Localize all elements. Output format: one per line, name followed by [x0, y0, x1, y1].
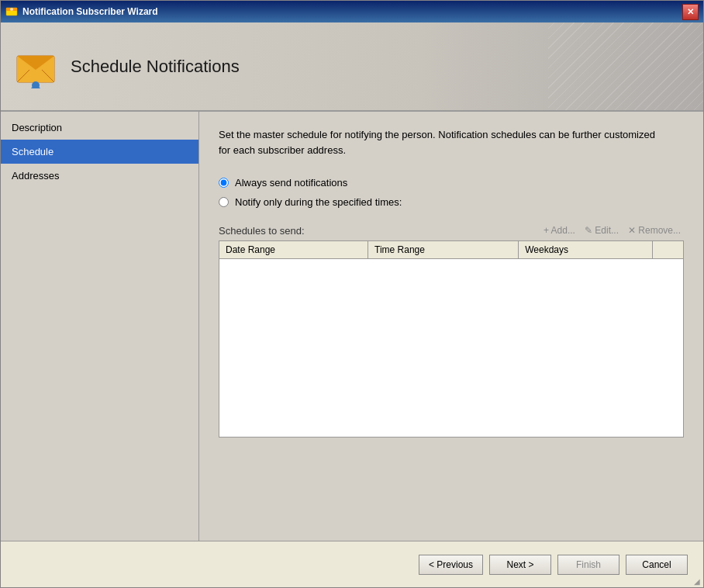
radio-specified[interactable]	[219, 197, 229, 207]
schedule-table: Date Range Time Range Weekdays	[219, 240, 684, 259]
sidebar-item-addresses[interactable]: Addresses	[1, 164, 198, 188]
col-weekdays: Weekdays	[519, 241, 653, 259]
edit-button[interactable]: ✎ Edit...	[581, 223, 622, 237]
title-bar: Notification Subscriber Wizard ✕	[1, 1, 703, 22]
main-window: Notification Subscriber Wizard ✕ Schedul…	[0, 0, 704, 588]
radio-specified-label: Notify only during the specified times:	[235, 196, 402, 208]
next-button[interactable]: Next >	[489, 555, 551, 575]
col-extra	[652, 241, 683, 259]
schedules-header: Schedules to send: + Add... ✎ Edit... ✕ …	[219, 223, 684, 237]
main-content-panel: Set the master schedule for notifying th…	[199, 112, 703, 541]
col-time-range: Time Range	[368, 241, 519, 259]
remove-button[interactable]: ✕ Remove...	[625, 223, 684, 237]
content-area: Description Schedule Addresses Set the m…	[1, 112, 703, 541]
sidebar-item-schedule[interactable]: Schedule	[1, 140, 198, 164]
title-bar-text: Notification Subscriber Wizard	[22, 6, 682, 17]
finish-button[interactable]: Finish	[557, 555, 619, 575]
svg-rect-9	[31, 87, 40, 88]
toolbar-buttons: + Add... ✎ Edit... ✕ Remove...	[540, 223, 684, 237]
sidebar: Description Schedule Addresses	[1, 112, 199, 541]
sidebar-item-description[interactable]: Description	[1, 116, 198, 140]
resize-handle: ◢	[694, 578, 700, 586]
schedules-section: Schedules to send: + Add... ✎ Edit... ✕ …	[219, 223, 684, 438]
footer: < Previous Next > Finish Cancel	[1, 541, 703, 587]
description-text: Set the master schedule for notifying th…	[219, 127, 668, 157]
header: Schedule Notifications	[1, 22, 703, 112]
add-button[interactable]: + Add...	[540, 223, 578, 237]
close-button[interactable]: ✕	[682, 4, 699, 20]
app-icon	[5, 5, 18, 18]
radio-always-label: Always send notifications	[235, 177, 347, 189]
schedules-label: Schedules to send:	[219, 225, 540, 237]
radio-always-option: Always send notifications	[219, 177, 684, 189]
wizard-icon	[12, 43, 59, 90]
radio-group: Always send notifications Notify only du…	[219, 177, 684, 208]
previous-button[interactable]: < Previous	[419, 555, 483, 575]
svg-point-2	[10, 8, 13, 11]
table-body-empty	[219, 259, 684, 438]
header-title: Schedule Notifications	[71, 57, 240, 77]
cancel-button[interactable]: Cancel	[626, 555, 688, 575]
col-date-range: Date Range	[219, 241, 368, 259]
radio-specified-option: Notify only during the specified times:	[219, 196, 684, 208]
radio-always[interactable]	[219, 178, 229, 188]
